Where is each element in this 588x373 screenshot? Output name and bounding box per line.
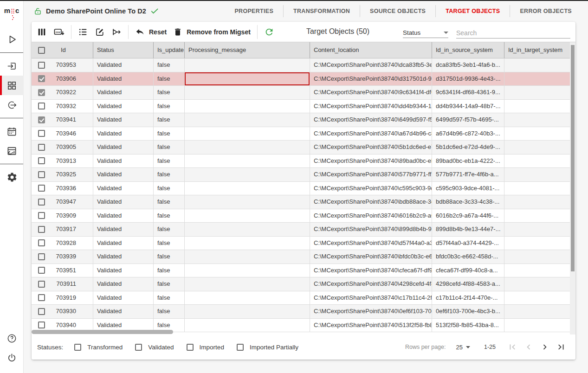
table-row[interactable]: 703906ValidatedfalseC:\MCexport\SharePoi… [32,72,570,86]
cell-processing_message [184,237,310,250]
row-checkbox[interactable] [38,239,45,246]
row-checkbox[interactable] [38,144,45,151]
app-logo[interactable]: m c [0,5,23,23]
select-all-checkbox[interactable] [38,47,45,54]
table-row[interactable]: 703917ValidatedfalseC:\MCexport\SharePoi… [32,223,570,237]
sidebar-item-settings[interactable] [0,167,24,187]
table-row[interactable]: 703905ValidatedfalseC:\MCexport\SharePoi… [32,141,570,154]
row-checkbox[interactable] [38,171,45,178]
table-row[interactable]: 703909ValidatedfalseC:\MCexport\SharePoi… [32,209,570,223]
export-csv-button[interactable]: csv [51,24,67,40]
table-row[interactable]: 703930ValidatedfalseC:\MCexport\SharePoi… [32,305,570,319]
row-checkbox[interactable] [38,281,45,288]
table-row[interactable]: 703941ValidatedfalseC:\MCexport\SharePoi… [32,113,570,127]
row-checkbox[interactable] [38,226,45,233]
column-header-id_in_source_system[interactable]: Id_in_source_system [432,42,504,58]
column-header-id[interactable]: Id [51,42,93,58]
status-filter-imported[interactable]: Imported [187,344,224,351]
sidebar-item-run[interactable] [0,30,24,49]
move-to-migset-button[interactable] [109,24,124,40]
column-header-processing_message[interactable]: Processing_message [184,42,310,58]
row-checkbox[interactable] [38,62,45,69]
horizontal-scrollbar[interactable] [32,330,173,334]
row-checkbox[interactable] [38,75,45,82]
tab-error-objects[interactable]: ERROR OBJECTS [510,8,582,14]
search-input[interactable] [456,27,570,39]
row-checkbox[interactable] [38,103,45,109]
vertical-scrollbar[interactable] [570,42,575,355]
tab-transformation[interactable]: TRANSFORMATION [284,8,360,14]
table-row[interactable]: 703928ValidatedfalseC:\MCexport\SharePoi… [32,237,570,251]
sidebar-item-export[interactable] [0,95,24,115]
status-filter-validated[interactable]: Validated [135,344,174,351]
dropdown-arrow-icon [466,346,470,348]
row-checkbox[interactable] [38,185,45,192]
cell-id: 703939 [51,250,93,264]
row-checkbox[interactable] [38,322,45,328]
table-row[interactable]: 703922ValidatedfalseC:\MCexport\SharePoi… [32,86,570,100]
column-header-is_update[interactable]: Is_update [153,42,184,58]
row-checkbox[interactable] [38,212,45,219]
row-checkbox[interactable] [38,89,45,96]
row-checkbox[interactable] [38,157,45,164]
remove-from-migset-button[interactable]: Remove from Migset [170,24,253,40]
cell-content_location: C:\MCexport\SharePoint\38740\cfeca67f-df… [310,264,432,277]
attribute-list-button[interactable] [75,24,91,40]
sidebar-item-dashboard[interactable] [0,141,24,161]
last-page-button[interactable] [554,340,568,354]
undo-icon [135,27,145,37]
tabs: PROPERTIESTRANSFORMATIONSOURCE OBJECTSTA… [225,1,582,21]
status-filter-transformed[interactable]: Transformed [74,344,123,351]
row-checkbox[interactable] [38,294,45,301]
status-filter-checkbox[interactable] [135,344,142,351]
next-page-button[interactable] [538,340,552,354]
table-row[interactable]: 703913ValidatedfalseC:\MCexport\SharePoi… [32,154,570,168]
row-checkbox[interactable] [38,308,45,315]
table-row[interactable]: 703932ValidatedfalseC:\MCexport\SharePoi… [32,100,570,114]
cell-id_in_target_system [504,168,570,181]
row-checkbox[interactable] [38,199,45,206]
rows-per-page-label: Rows per page: [405,344,446,350]
status-filter-checkbox[interactable] [237,344,244,351]
column-header-status[interactable]: Status [93,42,153,58]
row-checkbox[interactable] [38,267,45,274]
table-row[interactable]: 703947ValidatedfalseC:\MCexport\SharePoi… [32,195,570,209]
reset-button[interactable]: Reset [132,24,169,40]
status-filter-checkbox[interactable] [74,344,81,351]
sidebar-item-migsets[interactable] [0,76,24,95]
sidebar-item-import[interactable] [0,56,24,76]
status-filter-select[interactable]: Status [403,28,448,38]
tab-target-objects[interactable]: TARGET OBJECTS [436,8,510,14]
refresh-button[interactable] [261,24,277,40]
table-row[interactable]: 703953ValidatedfalseC:\MCexport\SharePoi… [32,58,570,72]
edit-attributes-button[interactable] [92,24,108,40]
tab-source-objects[interactable]: SOURCE OBJECTS [360,8,435,14]
table-row[interactable]: 703936ValidatedfalseC:\MCexport\SharePoi… [32,182,570,196]
table-row[interactable]: 703951ValidatedfalseC:\MCexport\SharePoi… [32,264,570,278]
row-checkbox-cell [32,168,51,181]
page-range-label: 1-25 [484,344,496,350]
column-header-content_location[interactable]: Content_location [310,42,432,58]
row-checkbox[interactable] [38,253,45,260]
table-row[interactable]: 703925ValidatedfalseC:\MCexport\SharePoi… [32,168,570,182]
table-row[interactable]: 703939ValidatedfalseC:\MCexport\SharePoi… [32,250,570,264]
cell-processing_message [184,141,310,154]
sidebar-item-logout[interactable] [0,348,24,367]
choose-columns-button[interactable] [34,24,50,40]
sidebar-item-scheduler[interactable] [0,122,24,141]
row-checkbox[interactable] [38,116,45,123]
column-header-id_in_target_system[interactable]: Id_in_target_system [504,42,570,58]
sidebar-item-help[interactable] [0,328,24,348]
status-filter-imported-partially[interactable]: Imported Partially [237,344,298,351]
rows-per-page-select[interactable]: 25 [456,344,470,351]
vertical-scrollbar-thumb[interactable] [571,45,575,271]
tab-properties[interactable]: PROPERTIES [225,8,283,14]
row-checkbox[interactable] [38,130,45,137]
table-row[interactable]: 703946ValidatedfalseC:\MCexport\SharePoi… [32,127,570,141]
cell-content_location: C:\MCexport\SharePoint\38740\9c6341f4-df… [310,86,432,99]
status-filter-checkbox[interactable] [187,344,194,351]
table-row[interactable]: 703911ValidatedfalseC:\MCexport\SharePoi… [32,277,570,291]
check-icon [150,6,159,16]
cell-is_update: false [153,195,184,209]
table-row[interactable]: 703919ValidatedfalseC:\MCexport\SharePoi… [32,291,570,305]
